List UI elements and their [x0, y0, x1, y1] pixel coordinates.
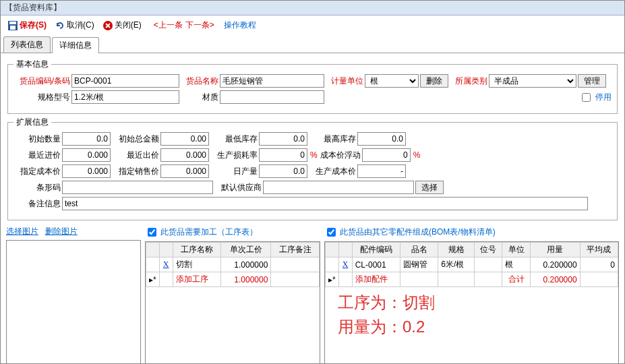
material-label: 材质 — [181, 92, 218, 103]
svg-rect-1 — [9, 22, 16, 24]
add-process-link[interactable]: 添加工序 — [176, 274, 208, 284]
next-record-link[interactable]: 下一条> — [185, 20, 214, 31]
process-column: 此货品需要加工（工序表） 工序名称 单次工价 工序备注 X 切割 1.00000… — [145, 226, 320, 364]
svg-rect-2 — [10, 26, 16, 30]
prev-record-link[interactable]: <上一条 — [154, 20, 183, 31]
supplier-input[interactable] — [263, 181, 414, 194]
ext-info-group: 扩展信息 初始数量 初始总金额 最低库存 最高库存 最近进价 最近出价 生产损耗… — [7, 117, 618, 220]
last-in-input[interactable] — [62, 148, 111, 162]
assign-cost-input[interactable] — [62, 164, 111, 178]
add-bom-link[interactable]: 添加配件 — [355, 274, 388, 284]
cancel-button[interactable]: 取消(C) — [52, 18, 97, 32]
name-input[interactable] — [220, 74, 324, 88]
supplier-label: 默认供应商 — [214, 182, 262, 193]
annotation-overlay: 工序为：切割 用量为：0.2 — [338, 291, 435, 339]
remark-label: 备注信息 — [13, 198, 61, 210]
table-header-row: 配件编码 品名 规格 位号 单位 用量 平均成 — [326, 243, 618, 257]
table-add-row[interactable]: ▸* 添加配件 合计 0.200000 — [326, 272, 618, 287]
daily-out-label: 日产量 — [210, 166, 258, 177]
window-title: 【货品资料库】 — [1, 1, 624, 16]
min-stock-label: 最低库存 — [210, 133, 258, 145]
supplier-choose-button[interactable]: 选择 — [415, 181, 444, 194]
process-check[interactable]: 此货品需要加工（工序表） — [145, 226, 258, 239]
delete-image-link[interactable]: 删除图片 — [45, 226, 78, 237]
unit-delete-button[interactable]: 删除 — [420, 74, 448, 88]
basic-info-group: 基本信息 货品编码/条码 货品名称 计量单位 根 删除 所属类别 半成品 管理 … — [7, 59, 618, 114]
bottom-area: 选择图片 删除图片 此货品需要加工（工序表） 工序名称 单次工价 工序备注 — [1, 226, 624, 364]
stop-use-checkbox[interactable] — [582, 93, 591, 102]
max-stock-input[interactable] — [357, 132, 406, 146]
min-stock-input[interactable] — [259, 132, 307, 146]
assign-sale-input[interactable] — [160, 164, 209, 178]
table-row[interactable]: X 切割 1.000000 — [146, 257, 320, 272]
tab-strip: 列表信息 详细信息 — [1, 36, 624, 53]
percent-sign-2: % — [413, 150, 421, 160]
delete-row-link[interactable]: X — [163, 260, 169, 269]
category-select[interactable]: 半成品 — [489, 74, 576, 88]
spec-label: 规格型号 — [13, 92, 70, 103]
barcode-label: 条形码 — [13, 182, 61, 193]
process-grid[interactable]: 工序名称 单次工价 工序备注 X 切割 1.000000 ▸* 添加工序 1.0… — [145, 241, 320, 364]
bom-check[interactable]: 此货品由其它零配件组成(BOM表/物料清单) — [324, 226, 496, 239]
assign-cost-label: 指定成本价 — [13, 166, 61, 177]
image-column: 选择图片 删除图片 — [6, 226, 141, 364]
unit-label: 计量单位 — [326, 75, 363, 87]
unit-select[interactable]: 根 — [365, 74, 419, 88]
max-stock-label: 最高库存 — [309, 133, 356, 145]
basic-legend: 基本信息 — [13, 59, 51, 70]
last-out-input[interactable] — [160, 148, 209, 162]
stop-use-check[interactable]: 停用 — [579, 91, 612, 104]
ext-legend: 扩展信息 — [13, 117, 51, 128]
prod-cost-input[interactable] — [357, 164, 406, 178]
undo-icon — [55, 20, 65, 31]
choose-image-link[interactable]: 选择图片 — [6, 226, 38, 237]
main-toolbar: 保存(S) 取消(C) 关闭(E) <上一条 下一条> 操作教程 — [1, 16, 624, 35]
code-input[interactable] — [71, 74, 179, 88]
table-header-row: 工序名称 单次工价 工序备注 — [146, 243, 320, 257]
last-out-label: 最近出价 — [112, 150, 159, 161]
assign-sale-label: 指定销售价 — [112, 166, 159, 177]
init-qty-input[interactable] — [62, 132, 111, 146]
last-in-label: 最近进价 — [13, 150, 61, 161]
spec-input[interactable] — [71, 90, 179, 104]
tutorial-link[interactable]: 操作教程 — [224, 20, 256, 31]
tab-detail-info[interactable]: 详细信息 — [52, 37, 99, 53]
close-button[interactable]: 关闭(E) — [100, 18, 144, 32]
delete-row-link[interactable]: X — [343, 260, 349, 269]
material-input[interactable] — [220, 90, 324, 104]
close-icon — [102, 20, 113, 31]
detail-panel: 基本信息 货品编码/条码 货品名称 计量单位 根 删除 所属类别 半成品 管理 … — [1, 53, 624, 226]
init-amt-input[interactable] — [160, 132, 209, 146]
category-label: 所属类别 — [450, 75, 487, 87]
table-row[interactable]: X CL-0001 圆钢管 6米/根 根 0.200000 0 — [326, 257, 618, 272]
save-button[interactable]: 保存(S) — [5, 18, 49, 32]
table-add-row[interactable]: ▸* 添加工序 1.000000 — [146, 272, 320, 287]
save-icon — [7, 20, 18, 31]
tab-list-info[interactable]: 列表信息 — [3, 36, 51, 53]
code-label: 货品编码/条码 — [13, 75, 70, 87]
loss-rate-label: 生产损耗率 — [210, 150, 258, 161]
init-amt-label: 初始总金额 — [112, 133, 159, 145]
prod-cost-label: 生产成本价 — [309, 166, 356, 177]
cost-float-input[interactable] — [362, 148, 411, 162]
name-label: 货品名称 — [181, 75, 218, 87]
remark-input[interactable] — [62, 197, 588, 210]
percent-sign: % — [310, 150, 318, 160]
bom-checkbox[interactable] — [327, 228, 336, 237]
category-manage-button[interactable]: 管理 — [578, 74, 606, 88]
image-preview — [6, 240, 141, 364]
barcode-input[interactable] — [62, 181, 213, 194]
init-qty-label: 初始数量 — [13, 133, 61, 145]
cost-float-label: 成本价浮动 — [319, 150, 361, 161]
daily-out-input[interactable] — [259, 164, 307, 178]
loss-rate-input[interactable] — [259, 148, 307, 162]
process-checkbox[interactable] — [148, 228, 156, 237]
